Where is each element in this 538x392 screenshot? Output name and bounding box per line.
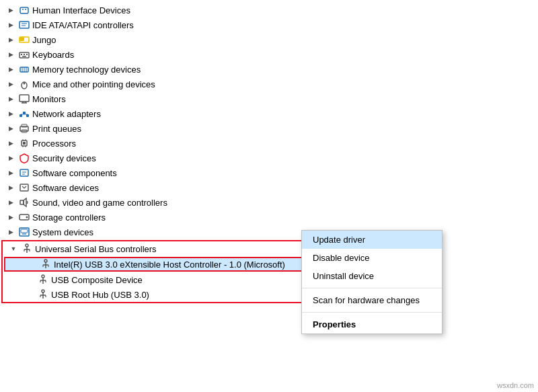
tree-item-monitors[interactable]: ▶ Monitors: [0, 91, 309, 106]
svg-rect-3: [20, 22, 29, 28]
expand-icon-monitors: ▶: [5, 93, 16, 104]
label-memory: Memory technology devices: [32, 65, 141, 75]
icon-print: [18, 122, 30, 134]
icon-software-comp: [18, 167, 30, 179]
svg-rect-41: [20, 184, 28, 191]
icon-system: [18, 226, 30, 238]
svg-rect-0: [20, 7, 28, 13]
svg-rect-9: [21, 54, 22, 55]
tree-item-usb-controllers[interactable]: ▼ Universal Serial Bus controllers: [3, 241, 307, 256]
icon-monitors: [18, 93, 30, 105]
svg-point-44: [26, 217, 28, 219]
label-monitors: Monitors: [32, 94, 66, 104]
expand-icon-composite: [24, 274, 35, 285]
label-storage: Storage controllers: [32, 212, 106, 223]
tree-item-keyboards[interactable]: ▶ Keyboards: [0, 47, 309, 62]
svg-rect-38: [20, 169, 28, 176]
tree-item-usb-composite[interactable]: USB Composite Device: [3, 272, 307, 287]
expand-icon-ide: ▶: [5, 19, 16, 30]
label-network: Network adapters: [32, 109, 101, 119]
icon-storage: [18, 211, 30, 223]
label-intel-usb: Intel(R) USB 3.0 eXtensible Host Control…: [54, 260, 285, 270]
icon-memory: [18, 63, 30, 75]
context-menu-item-scan[interactable]: Scan for hardware changes: [302, 291, 442, 309]
label-print: Print queues: [32, 124, 81, 134]
tree-item-jungo[interactable]: ▶ Jungo: [0, 32, 309, 47]
label-mice: Mice and other pointing devices: [32, 79, 155, 89]
tree-item-print[interactable]: ▶ Print queues: [0, 121, 309, 136]
svg-point-2: [25, 9, 26, 10]
svg-point-58: [42, 275, 44, 278]
tree-item-network[interactable]: ▶ Network adapters: [0, 106, 309, 121]
expand-icon-intel: [27, 259, 38, 270]
svg-point-53: [44, 260, 47, 262]
label-hid: Human Interface Devices: [32, 5, 130, 15]
svg-rect-33: [23, 142, 26, 145]
tree-item-sound[interactable]: ▶ Sound, video and game controllers: [0, 195, 309, 210]
icon-jungo: [18, 34, 30, 46]
tree-item-system[interactable]: ▶ System devices: [0, 225, 309, 239]
tree-item-ide[interactable]: ▶ IDE ATA/ATAPI controllers: [0, 17, 309, 32]
expand-icon-mice: ▶: [5, 79, 16, 89]
device-tree: ▶ Human Interface Devices ▶ IDE ATA/ATAP…: [0, 0, 309, 307]
expand-icon-print: ▶: [5, 123, 16, 134]
svg-rect-46: [21, 229, 28, 233]
svg-rect-10: [24, 54, 25, 55]
expand-icon-sound: ▶: [5, 197, 16, 208]
svg-rect-26: [26, 114, 29, 117]
icon-processors: [18, 137, 30, 149]
tree-item-processors[interactable]: ▶ Processors: [0, 136, 309, 151]
context-menu-item-uninstall[interactable]: Uninstall device: [302, 267, 442, 285]
tree-item-security[interactable]: ▶ Security devices: [0, 151, 309, 165]
icon-network: [18, 108, 30, 120]
context-menu-item-properties[interactable]: Properties: [302, 315, 442, 334]
context-menu-item-update-driver[interactable]: Update driver: [302, 231, 442, 249]
expand-icon-usb: ▼: [8, 243, 19, 254]
label-security: Security devices: [32, 153, 96, 163]
label-usb-composite: USB Composite Device: [51, 275, 143, 285]
label-usb-controllers: Universal Serial Bus controllers: [35, 244, 157, 254]
svg-rect-6: [20, 37, 24, 41]
label-ide: IDE ATA/ATAPI controllers: [32, 20, 134, 30]
tree-item-intel-usb[interactable]: Intel(R) USB 3.0 eXtensible Host Control…: [4, 257, 305, 272]
label-keyboards: Keyboards: [32, 50, 74, 60]
tree-item-storage[interactable]: ▶ Storage controllers: [0, 210, 309, 225]
expand-icon-security: ▶: [5, 153, 16, 163]
expand-icon-software-comp: ▶: [5, 167, 16, 178]
icon-software-dev: [18, 182, 30, 194]
icon-ide: [18, 19, 30, 31]
icon-keyboards: [18, 48, 30, 61]
watermark: wsxdn.com: [497, 381, 534, 389]
tree-item-mice[interactable]: ▶ Mice and other pointing devices: [0, 77, 309, 91]
label-software-dev: Software devices: [32, 183, 99, 193]
context-menu-separator-1: [302, 288, 442, 288]
usb-section: ▼ Universal Serial Bus controllers Intel…: [1, 240, 308, 303]
icon-security: [18, 152, 30, 164]
context-menu-separator-2: [302, 312, 442, 313]
svg-point-48: [26, 244, 28, 247]
expand-icon-hid: ▶: [5, 5, 16, 15]
tree-item-hid[interactable]: ▶ Human Interface Devices: [0, 3, 309, 17]
svg-point-1: [22, 9, 24, 10]
tree-item-software-dev[interactable]: ▶ Software devices: [0, 180, 309, 195]
context-menu-item-disable[interactable]: Disable device: [302, 249, 442, 267]
icon-hid: [18, 4, 30, 16]
expand-icon-processors: ▶: [5, 138, 16, 149]
tree-item-memory[interactable]: ▶ Memory technology devices: [0, 62, 309, 77]
device-manager: ▶ Human Interface Devices ▶ IDE ATA/ATAP…: [0, 0, 538, 392]
label-processors: Processors: [32, 139, 76, 149]
label-sound: Sound, video and game controllers: [32, 198, 167, 208]
svg-point-19: [24, 83, 26, 85]
icon-sound: [18, 196, 30, 208]
svg-rect-24: [20, 114, 22, 117]
label-usb-root-hub: USB Root Hub (USB 3.0): [51, 290, 149, 300]
expand-icon-jungo: ▶: [5, 34, 16, 45]
svg-rect-12: [22, 56, 26, 57]
expand-icon-system: ▶: [5, 227, 16, 237]
tree-item-software-comp[interactable]: ▶ Software components: [0, 165, 309, 180]
svg-rect-20: [20, 95, 29, 102]
label-software-comp: Software components: [32, 168, 117, 178]
icon-mice: [18, 78, 30, 90]
tree-item-usb-root-hub[interactable]: USB Root Hub (USB 3.0): [3, 287, 307, 302]
icon-usb-root-hub: [37, 288, 49, 301]
